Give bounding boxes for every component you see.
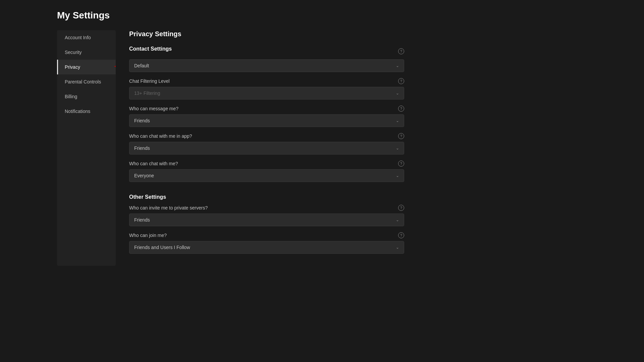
who-join-help-icon[interactable]: ? (398, 232, 404, 238)
setting-row-invite-private: Who can invite me to private servers? ? … (129, 205, 404, 226)
chat-filtering-dropdown[interactable]: 13+ Filtering ⌄ (129, 87, 404, 100)
who-join-dropdown[interactable]: Friends and Users I Follow ⌄ (129, 241, 404, 254)
who-join-label: Who can join me? (129, 233, 167, 238)
who-message-dropdown[interactable]: Friends ⌄ (129, 114, 404, 127)
chevron-down-icon: ⌄ (396, 63, 399, 68)
setting-row-chat-filtering: Chat Filtering Level ? 13+ Filtering ⌄ (129, 78, 404, 100)
sidebar-item-billing[interactable]: Billing (57, 89, 116, 104)
sidebar: Account Info Security Privacy Parental C… (57, 30, 116, 266)
who-chat-app-help-icon[interactable]: ? (398, 133, 404, 139)
other-settings-title: Other Settings (129, 194, 404, 200)
other-settings-section: Other Settings Who can invite me to priv… (129, 194, 404, 254)
chevron-down-icon: ⌄ (396, 173, 399, 178)
who-chat-dropdown[interactable]: Everyone ⌄ (129, 169, 404, 182)
sidebar-item-privacy[interactable]: Privacy (57, 60, 116, 74)
contact-settings-section: Contact Settings ? Default ⌄ Chat Filter… (129, 46, 404, 182)
privacy-settings-title: Privacy Settings (129, 30, 404, 38)
chevron-down-icon: ⌄ (396, 245, 399, 250)
main-content: Privacy Settings Contact Settings ? Defa… (116, 30, 418, 266)
sidebar-item-parental-controls[interactable]: Parental Controls (57, 74, 116, 89)
sidebar-item-notifications[interactable]: Notifications (57, 104, 116, 119)
who-chat-app-label: Who can chat with me in app? (129, 133, 192, 139)
invite-private-dropdown[interactable]: Friends ⌄ (129, 214, 404, 226)
invite-private-label: Who can invite me to private servers? (129, 205, 208, 210)
contact-settings-title: Contact Settings (129, 46, 172, 52)
setting-row-who-chat-app: Who can chat with me in app? ? Friends ⌄ (129, 133, 404, 155)
who-chat-help-icon[interactable]: ? (398, 161, 404, 167)
who-chat-label: Who can chat with me? (129, 161, 178, 166)
invite-private-help-icon[interactable]: ? (398, 205, 404, 211)
sidebar-item-account-info[interactable]: Account Info (57, 30, 116, 45)
page-title: My Settings (57, 10, 644, 21)
setting-row-who-chat: Who can chat with me? ? Everyone ⌄ (129, 161, 404, 182)
contact-setting-dropdown[interactable]: Default ⌄ (129, 59, 404, 72)
setting-row-default: Default ⌄ (129, 59, 404, 72)
chevron-down-icon: ⌄ (396, 218, 399, 222)
chevron-down-icon: ⌄ (396, 118, 399, 123)
chat-filtering-label: Chat Filtering Level (129, 78, 170, 84)
who-message-label: Who can message me? (129, 106, 178, 111)
sidebar-item-security[interactable]: Security (57, 45, 116, 60)
setting-row-who-message: Who can message me? ? Friends ⌄ (129, 106, 404, 127)
chevron-down-icon: ⌄ (396, 146, 399, 150)
setting-row-who-join: Who can join me? ? Friends and Users I F… (129, 232, 404, 254)
contact-settings-help-icon[interactable]: ? (398, 48, 404, 54)
who-chat-app-dropdown[interactable]: Friends ⌄ (129, 142, 404, 155)
chat-filtering-help-icon[interactable]: ? (398, 78, 404, 84)
who-message-help-icon[interactable]: ? (398, 106, 404, 112)
chevron-down-icon: ⌄ (396, 91, 399, 96)
